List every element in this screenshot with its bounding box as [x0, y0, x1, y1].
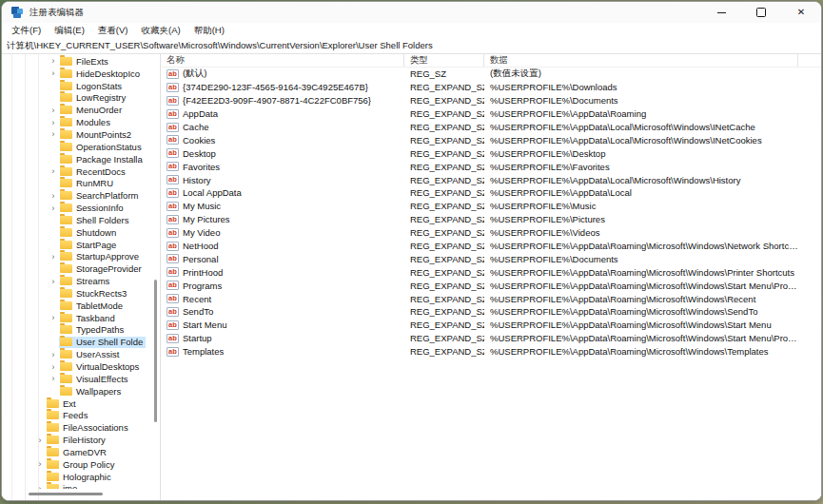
value-type: REG_EXPAND_SZ [404, 94, 484, 107]
close-button[interactable]: ✕ [781, 2, 821, 23]
registry-value-row[interactable]: ab Start Menu REG_EXPAND_SZ %USERPROFILE… [161, 319, 821, 332]
registry-value-row[interactable]: ab Cache REG_EXPAND_SZ %USERPROFILE%\App… [161, 121, 821, 134]
tree-item-gamedvr[interactable]: › GameDVR [2, 446, 151, 458]
tree-item-feeds[interactable]: › Feeds [2, 409, 151, 421]
chevron-right-icon[interactable]: › [34, 434, 46, 447]
tree-item-storageprovider[interactable]: › StorageProvider [2, 262, 151, 275]
tree-item-sessioninfo[interactable]: › SessionInfo [2, 202, 151, 214]
tree-item-modules[interactable]: › Modules [2, 116, 151, 128]
value-name: PrintHood [183, 267, 223, 278]
tree-item-holographic[interactable]: › Holographic [2, 471, 151, 483]
registry-value-row[interactable]: ab SendTo REG_EXPAND_SZ %USERPROFILE%\Ap… [161, 305, 821, 319]
tree-item-filehistory[interactable]: › FileHistory [2, 434, 151, 446]
tree-item-userassist[interactable]: › UserAssist [2, 348, 151, 360]
tree-item-logonstats[interactable]: › LogonStats [2, 80, 151, 92]
tree-item-fileexts[interactable]: › FileExts [2, 55, 151, 68]
tree-item-mountpoints2[interactable]: › MountPoints2 [2, 128, 151, 141]
chevron-right-icon[interactable]: › [48, 165, 59, 178]
tree-item-tabletmode[interactable]: › TabletMode [2, 300, 151, 312]
menu-item-5[interactable]: 帮助(H) [187, 24, 231, 38]
registry-value-row[interactable]: ab My Music REG_EXPAND_SZ %USERPROFILE%\… [161, 200, 821, 213]
tree-item-startpage[interactable]: › StartPage [2, 239, 151, 251]
registry-value-row[interactable]: ab (默认) REG_SZ (数值未设置) [161, 68, 821, 81]
tree-item-ime[interactable]: › ime [2, 483, 151, 489]
tree-item-searchplatform[interactable]: › SearchPlatform [2, 189, 151, 202]
value-name: Favorites [183, 162, 220, 172]
tree-item-ext[interactable]: › Ext [2, 397, 151, 410]
chevron-right-icon[interactable]: › [48, 348, 59, 361]
tree-item-runmru[interactable]: › RunMRU [2, 177, 151, 189]
string-value-icon: ab [167, 162, 179, 171]
tree-item-operationstatus[interactable]: › OperationStatus [2, 141, 151, 153]
tree-item-recentdocs[interactable]: › RecentDocs [2, 165, 151, 178]
chevron-right-icon[interactable]: › [48, 372, 59, 385]
chevron-right-icon[interactable]: › [48, 67, 59, 80]
tree-item-shutdown[interactable]: › Shutdown [2, 226, 151, 239]
tree-item-shell-folders[interactable]: › Shell Folders [2, 214, 151, 226]
chevron-right-icon[interactable]: › [48, 311, 59, 324]
registry-value-row[interactable]: ab My Video REG_EXPAND_SZ %USERPROFILE%\… [161, 226, 821, 240]
menu-item-2[interactable]: 编辑(E) [48, 24, 91, 38]
chevron-right-icon[interactable]: › [48, 250, 59, 263]
tree-item-menuorder[interactable]: › MenuOrder [2, 104, 151, 116]
minimize-button[interactable] [701, 2, 741, 23]
chevron-right-icon[interactable]: › [48, 202, 59, 215]
registry-value-row[interactable]: ab Programs REG_EXPAND_SZ %USERPROFILE%\… [161, 279, 821, 292]
tree-item-visualeffects[interactable]: › VisualEffects [2, 373, 151, 385]
tree-item-startupapprove[interactable]: › StartupApprove [2, 251, 151, 263]
tree-item-user-shell-folde[interactable]: › User Shell Folde [2, 336, 151, 348]
value-name: Templates [183, 346, 224, 357]
registry-value-row[interactable]: ab Local AppData REG_EXPAND_SZ %USERPROF… [161, 186, 821, 200]
column-header-3[interactable]: 数据 [484, 54, 798, 67]
column-header-1[interactable]: 名称 [161, 54, 404, 67]
registry-value-row[interactable]: ab Favorites REG_EXPAND_SZ %USERPROFILE%… [161, 160, 821, 173]
menu-item-1[interactable]: 文件(F) [5, 24, 48, 38]
tree-item-label: Shell Folders [76, 215, 128, 225]
tree-item-fileassociations[interactable]: › FileAssociations [2, 421, 151, 434]
column-header-2[interactable]: 类型 [404, 54, 484, 67]
chevron-right-icon[interactable]: › [48, 275, 59, 288]
tree-item-wallpapers[interactable]: › Wallpapers [2, 385, 151, 397]
tree-item-package-installa[interactable]: › Package Installa [2, 153, 151, 165]
registry-value-row[interactable]: ab Templates REG_EXPAND_SZ %USERPROFILE%… [161, 345, 821, 359]
registry-value-row[interactable]: ab My Pictures REG_EXPAND_SZ %USERPROFIL… [161, 213, 821, 226]
chevron-right-icon[interactable]: › [48, 128, 59, 142]
registry-value-row[interactable]: ab AppData REG_EXPAND_SZ %USERPROFILE%\A… [161, 107, 821, 121]
maximize-button[interactable] [741, 2, 781, 23]
tree-item-streams[interactable]: › Streams [2, 275, 151, 287]
registry-value-row[interactable]: ab Cookies REG_EXPAND_SZ %USERPROFILE%\A… [161, 133, 821, 146]
tree-vertical-scrollbar[interactable] [154, 280, 157, 422]
value-data: %USERPROFILE%\AppData\Roaming [484, 107, 798, 121]
folder-icon [47, 460, 59, 469]
registry-value-row[interactable]: ab History REG_EXPAND_SZ %USERPROFILE%\A… [161, 173, 821, 186]
value-name: AppData [183, 108, 218, 119]
value-name: Programs [183, 281, 222, 291]
tree-item-virtualdesktops[interactable]: › VirtualDesktops [2, 360, 151, 373]
registry-value-row[interactable]: ab Recent REG_EXPAND_SZ %USERPROFILE%\Ap… [161, 292, 821, 305]
title-bar[interactable]: 注册表编辑器 ✕ [2, 2, 821, 23]
tree-item-hidedesktopico[interactable]: › HideDesktopIco [2, 68, 151, 80]
registry-value-row[interactable]: ab Personal REG_EXPAND_SZ %USERPROFILE%\… [161, 252, 821, 265]
menu-item-4[interactable]: 收藏夹(A) [134, 24, 186, 38]
value-data: %USERPROFILE%\AppData\Local\Microsoft\Wi… [484, 133, 798, 146]
registry-value-row[interactable]: ab NetHood REG_EXPAND_SZ %USERPROFILE%\A… [161, 240, 821, 253]
chevron-right-icon[interactable]: › [48, 104, 59, 117]
address-bar[interactable]: 计算机\HKEY_CURRENT_USER\Software\Microsoft… [2, 38, 821, 54]
menu-item-3[interactable]: 查看(V) [91, 24, 135, 38]
tree-item-taskband[interactable]: › Taskband [2, 312, 151, 324]
registry-value-row[interactable]: ab Startup REG_EXPAND_SZ %USERPROFILE%\A… [161, 332, 821, 345]
chevron-right-icon[interactable]: › [34, 457, 46, 471]
registry-value-row[interactable]: ab PrintHood REG_EXPAND_SZ %USERPROFILE%… [161, 265, 821, 279]
tree-item-lowregistry[interactable]: › LowRegistry [2, 92, 151, 105]
folder-icon [60, 130, 72, 139]
tree-horizontal-scrollbar[interactable] [29, 493, 103, 495]
registry-value-row[interactable]: ab {374DE290-123F-4565-9164-39C4925E467B… [161, 81, 821, 94]
chevron-right-icon[interactable]: › [48, 189, 59, 203]
registry-value-row[interactable]: ab {F42EE2D3-909F-4907-8871-4C22FC0BF756… [161, 94, 821, 107]
value-name: Recent [183, 294, 211, 304]
tree-item-stuckrects3[interactable]: › StuckRects3 [2, 287, 151, 300]
tree-item-typedpaths[interactable]: › TypedPaths [2, 324, 151, 337]
chevron-right-icon[interactable]: › [34, 482, 46, 489]
registry-value-row[interactable]: ab Desktop REG_EXPAND_SZ %USERPROFILE%\D… [161, 146, 821, 160]
tree-item-group-policy[interactable]: › Group Policy [2, 458, 151, 471]
